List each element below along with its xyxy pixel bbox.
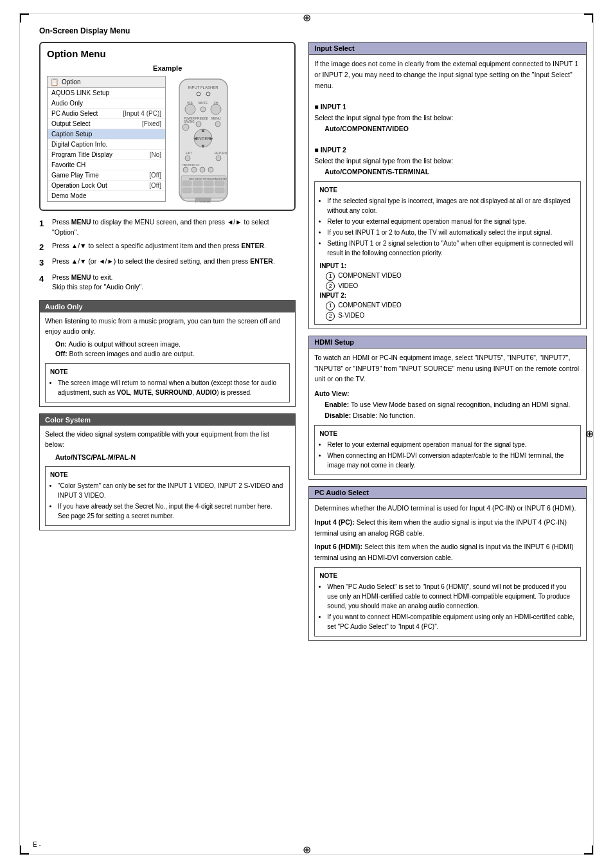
svg-rect-37: [204, 181, 213, 186]
svg-rect-44: [195, 198, 211, 201]
audio-on-text: Audio is output without screen image.: [68, 340, 181, 348]
menu-list-header: 📋 Option: [48, 77, 165, 88]
step-3-text: Press ▲/▼ (or ◄/►) to select the desired…: [52, 257, 296, 267]
input-select-note-2: Refer to your external equipment operati…: [327, 217, 576, 226]
input1-priority-label: INPUT 1:: [319, 262, 346, 269]
menu-item-3-value: [Fixed]: [142, 120, 161, 127]
svg-rect-42: [215, 188, 224, 193]
svg-rect-41: [204, 188, 213, 193]
menu-item-5[interactable]: Digital Caption Info.: [48, 140, 165, 150]
menu-item-4[interactable]: Caption Setup: [48, 129, 165, 140]
input2-p2: S-VIDEO: [338, 312, 364, 319]
crosshair-bottom: ⊕: [303, 845, 311, 855]
step-4: 4 Press MENU to exit.Skip this step for …: [39, 273, 296, 293]
input1-value: Auto/COMPONENT/VIDEO: [324, 123, 581, 134]
menu-item-6[interactable]: Program Title Display [No]: [48, 150, 165, 160]
svg-text:FAVORITE!: FAVORITE!: [213, 177, 227, 181]
svg-rect-39: [182, 188, 191, 193]
hdmi-enable-text: To use View Mode based on signal recogni…: [351, 401, 570, 408]
menu-item-5-label: Digital Caption Info.: [51, 141, 107, 148]
svg-point-16: [215, 122, 220, 127]
menu-item-8[interactable]: Game Play Time [Off]: [48, 170, 165, 181]
svg-text:FAVORITE CH: FAVORITE CH: [182, 163, 199, 167]
audio-only-content: When listening to music from a music pro…: [40, 312, 295, 406]
hdmi-setup-note-title: NOTE: [319, 429, 576, 439]
input1-label: INPUT 1: [321, 103, 346, 111]
input-select-note-3: If you set INPUT 1 or 2 to Auto, the TV …: [327, 228, 576, 237]
input2-text: Select the input signal type from the li…: [314, 156, 581, 167]
menu-item-1-label: Audio Only: [51, 100, 83, 107]
step-3-num: 3: [39, 257, 48, 269]
menu-item-2[interactable]: PC Audio Select [Input 4 (PC)]: [48, 109, 165, 119]
steps: 1 Press MENU to display the MENU screen,…: [39, 217, 296, 293]
menu-item-3[interactable]: Output Select [Fixed]: [48, 119, 165, 129]
svg-point-30: [200, 167, 205, 172]
svg-point-7: [211, 104, 221, 114]
svg-text:▼: ▼: [200, 143, 206, 149]
pc-audio-note-1: When "PC Audio Select" is set to "Input …: [327, 582, 576, 611]
svg-point-28: [183, 167, 188, 172]
crosshair-top: ⊕: [303, 13, 311, 23]
input1-p1: COMPONENT VIDEO: [338, 272, 402, 279]
menu-item-9-value: [Off]: [149, 182, 161, 189]
color-system-value: Auto/NTSC/PAL-M/PAL-N: [55, 453, 290, 463]
menu-icon: 📋: [50, 78, 59, 86]
hdmi-note-1: Refer to your external equipment operati…: [327, 440, 576, 449]
input2-priority-label: INPUT 2:: [319, 292, 346, 299]
svg-text:MENU: MENU: [211, 116, 221, 120]
color-system-note-2: If you have already set the Secret No., …: [58, 502, 285, 521]
menu-item-10-label: Demo Mode: [51, 192, 86, 199]
input2-p1: COMPONENT VIDEO: [338, 302, 402, 309]
input-select-section: Input Select If the image does not come …: [308, 42, 587, 329]
hdmi-setup-intro: To watch an HDMI or PC-IN equipment imag…: [314, 352, 581, 384]
color-system-text: Select the video signal system compatibl…: [45, 430, 269, 448]
corner-tl: [20, 14, 29, 23]
option-menu-title: Option Menu: [47, 48, 288, 59]
step-4-text: Press MENU to exit.Skip this step for "A…: [52, 273, 296, 293]
remote-illustration: INPUT FLASHER VOL CH MUTE: [171, 76, 235, 204]
left-column: Option Menu Example 📋 Option AQUOS LINK …: [39, 42, 296, 647]
input-select-note: NOTE If the selected signal type is inco…: [314, 181, 581, 325]
input1-block: ■ INPUT 1 Select the input signal type f…: [314, 102, 581, 134]
remote-svg: INPUT FLASHER VOL CH MUTE: [176, 76, 231, 204]
menu-item-10[interactable]: Demo Mode: [48, 191, 165, 201]
input2-label: INPUT 2: [321, 146, 346, 154]
hdmi-setup-header: HDMI Setup: [309, 336, 586, 348]
example-label: Example: [47, 64, 288, 72]
crosshair-right: ⊕: [585, 429, 594, 439]
input-priority: INPUT 1: 1 COMPONENT VIDEO 2 VIDEO INPUT…: [319, 261, 576, 321]
svg-rect-35: [182, 181, 191, 186]
svg-rect-36: [193, 181, 202, 186]
input-select-note-title: NOTE: [319, 185, 576, 195]
menu-item-3-label: Output Select: [51, 120, 91, 127]
corner-br: [584, 845, 593, 854]
menu-item-7[interactable]: Favorite CH: [48, 160, 165, 170]
svg-point-31: [208, 167, 213, 172]
audio-only-note: NOTE The screen image will return to nor…: [45, 363, 290, 402]
menu-item-1[interactable]: Audio Only: [48, 98, 165, 109]
page-title: On-Screen Display Menu: [39, 26, 574, 35]
page-footer: E -: [33, 841, 41, 848]
pc-audio-note: NOTE When "PC Audio Select" is set to "I…: [314, 567, 581, 637]
step-2: 2 Press ▲/▼ to select a specific adjustm…: [39, 241, 296, 254]
svg-text:MUTE: MUTE: [198, 101, 208, 105]
input-select-note-1: If the selected signal type is incorrect…: [327, 196, 576, 215]
menu-header-label: Option: [62, 78, 80, 86]
svg-text:FREEZE: FREEZE: [195, 116, 208, 120]
menu-list-box: 📋 Option AQUOS LINK Setup Audio Only PC …: [47, 76, 166, 202]
step-1-text: Press MENU to display the MENU screen, a…: [52, 217, 296, 238]
step-2-num: 2: [39, 241, 48, 254]
menu-item-2-label: PC Audio Select: [51, 110, 98, 117]
menu-item-9[interactable]: Operation Lock Out [Off]: [48, 181, 165, 191]
svg-text:SAVING: SAVING: [184, 120, 195, 123]
audio-only-header: Audio Only: [40, 301, 295, 312]
menu-item-0[interactable]: AQUOS LINK Setup: [48, 88, 165, 98]
pc-audio-select-header: PC Audio Select: [309, 487, 586, 499]
pc-audio-input6: Input 6 (HDMI): Select this item when th…: [314, 541, 581, 563]
two-col-layout: Option Menu Example 📋 Option AQUOS LINK …: [39, 42, 574, 647]
pc-audio-input4: Input 4 (PC): Select this item when the …: [314, 517, 581, 539]
pc-audio-select-section: PC Audio Select Determines whether the A…: [308, 486, 587, 641]
pc-audio-intro: Determines whether the AUDIO terminal is…: [314, 503, 581, 514]
input2-value: Auto/COMPONENT/S-TERMINAL: [324, 167, 581, 177]
svg-text:◄: ◄: [193, 136, 198, 141]
